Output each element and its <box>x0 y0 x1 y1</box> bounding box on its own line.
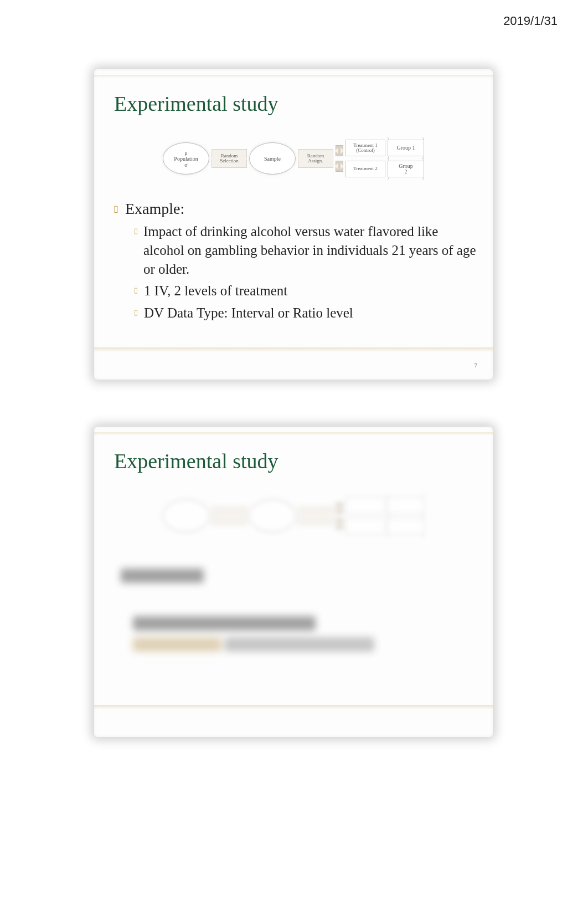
decor-bottom-bar <box>94 347 493 352</box>
group-1 <box>388 497 424 514</box>
node-sample: Sample <box>249 142 296 175</box>
population-mu: μ <box>184 150 187 156</box>
blurred-segment <box>225 637 374 652</box>
bullet-icon: ▯ <box>134 308 138 318</box>
slide-1: Experimental study μ Population σ Random… <box>94 69 493 380</box>
bullet-text: DV Data Type: Interval or Ratio level <box>144 304 353 322</box>
decor-top-bar <box>94 432 493 436</box>
group-column: Group 1 Group 2 <box>388 140 424 177</box>
sample-label: Sample <box>264 156 281 162</box>
flow-diagram-blurred <box>111 485 476 546</box>
bullet-icon: ▯ <box>113 202 118 214</box>
node-random-selection: Random Selection <box>212 149 247 168</box>
group-1-label: Group 1 <box>396 145 415 151</box>
small-arrow-bottom <box>336 161 343 172</box>
example-label: Example: <box>125 200 184 218</box>
population-label: Population <box>174 156 198 162</box>
list-item: ▯ DV Data Type: Interval or Ratio level <box>134 304 476 322</box>
group-2 <box>388 518 424 535</box>
blurred-line <box>133 616 316 631</box>
group-2: Group 2 <box>388 161 424 177</box>
bullet-text: Impact of drinking alcohol versus water … <box>143 222 476 278</box>
blurred-highlight <box>133 637 221 652</box>
small-arrow-top <box>336 145 343 156</box>
node-random-selection <box>212 506 247 525</box>
small-arrow-bottom <box>336 518 343 529</box>
treatment-2: Treatment 2 <box>345 161 385 177</box>
blurred-line <box>121 569 204 583</box>
decor-top-bar <box>94 75 493 78</box>
node-random-assign <box>298 506 333 525</box>
node-population: μ Population σ <box>163 142 209 175</box>
list-item: ▯ 1 IV, 2 levels of treatment <box>134 281 476 300</box>
example-heading: ▯ Example: <box>113 200 476 218</box>
treatment-2 <box>345 518 385 535</box>
node-random-assign: Random Assign. <box>298 149 333 168</box>
treatment-1: Treatment 1 (Control) <box>345 140 385 156</box>
slide-number: 7 <box>474 362 478 368</box>
blurred-content <box>111 569 476 652</box>
bullet-text: 1 IV, 2 levels of treatment <box>144 281 287 300</box>
slide-title: Experimental study <box>114 91 476 116</box>
group-1: Group 1 <box>388 140 424 156</box>
slide-2: Experimental study <box>94 427 493 737</box>
random-assign-l2: Assign. <box>308 158 323 163</box>
treatment-1 <box>345 497 385 514</box>
slide-body: ▯ Example: ▯ Impact of drinking alcohol … <box>113 200 476 322</box>
node-sample <box>249 500 296 532</box>
decor-bottom-bar <box>94 705 493 709</box>
bullet-icon: ▯ <box>134 285 138 295</box>
example-sub-list: ▯ Impact of drinking alcohol versus wate… <box>134 222 476 322</box>
treatment-column: Treatment 1 (Control) Treatment 2 <box>345 140 385 177</box>
flow-diagram: μ Population σ Random Selection Sample R… <box>111 128 476 189</box>
small-arrow-top <box>336 503 343 514</box>
list-item: ▯ Impact of drinking alcohol versus wate… <box>134 222 476 278</box>
slide-title: Experimental study <box>114 449 476 473</box>
page-date: 2019/1/31 <box>503 14 558 28</box>
bullet-icon: ▯ <box>134 226 138 236</box>
treatment-column <box>345 497 385 535</box>
random-selection-l2: Selection <box>220 158 239 163</box>
group-column <box>388 497 424 535</box>
population-sigma: σ <box>184 162 187 168</box>
node-population <box>163 500 209 532</box>
group-2-l2: 2 <box>405 169 408 175</box>
blurred-line <box>133 637 376 652</box>
treatment-1-l2: (Control) <box>356 148 375 153</box>
treatment-2-label: Treatment 2 <box>353 166 377 171</box>
